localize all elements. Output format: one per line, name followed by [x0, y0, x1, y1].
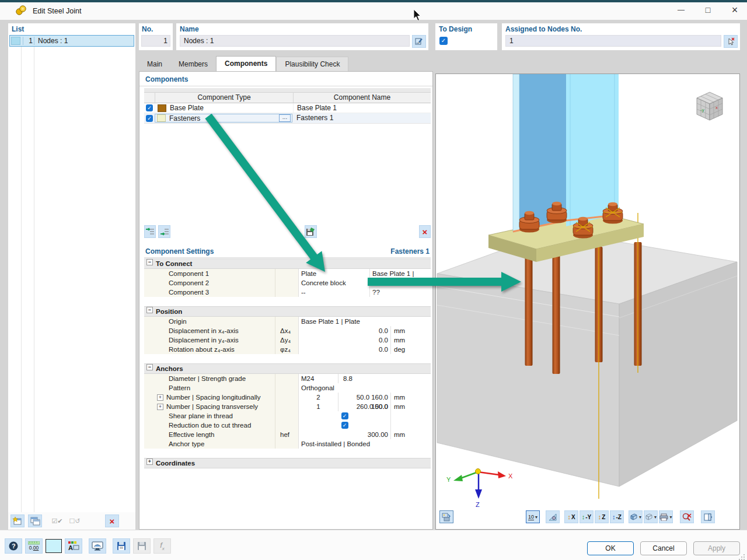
close-button[interactable]: ×: [726, 4, 743, 16]
tab-members[interactable]: Members: [170, 57, 216, 71]
assigned-field[interactable]: 1: [505, 35, 721, 47]
components-tab-panel: Components Component Type Component Name…: [139, 71, 433, 530]
to-design-checkbox[interactable]: [439, 37, 448, 45]
new-item-button[interactable]: [11, 514, 25, 527]
edit-steel-joint-dialog: { "window": { "title": "Edit Steel Joint…: [0, 0, 747, 560]
fasteners-checkbox[interactable]: [146, 115, 153, 122]
font-settings-button[interactable]: A: [65, 538, 82, 554]
component-3-type: --: [298, 288, 369, 297]
view-z-button[interactable]: ↕Z: [595, 510, 609, 523]
row-diameter-grade[interactable]: Diameter | Strength grade M24 8.8: [144, 374, 431, 383]
col-component-type[interactable]: Component Type: [155, 93, 293, 103]
settings-header: Component Settings Fasteners 1: [144, 246, 431, 258]
section-position[interactable]: −Position: [144, 306, 431, 317]
wireframe-mode-button[interactable]: ▾: [644, 510, 658, 523]
row-spacing-longitudinal[interactable]: +Number | Spacing longitudinally 2 50.0 …: [144, 393, 431, 402]
cancel-button[interactable]: Cancel: [640, 541, 687, 555]
no-panel: No. 1: [139, 23, 173, 50]
print-button[interactable]: ▾: [659, 510, 673, 523]
section-coordinates[interactable]: +Coordinates: [144, 458, 431, 468]
settings-grid: −To Connect Component 1 Plate Base Plate…: [144, 258, 431, 468]
col-component-name[interactable]: Component Name: [293, 93, 431, 103]
base-plate-name: Base Plate 1: [293, 103, 431, 113]
row-component-3[interactable]: Component 3 -- ??: [144, 288, 431, 297]
row-shear-plane[interactable]: Shear plane in thread: [144, 411, 431, 421]
rotation-z4-value: 0.0: [298, 345, 390, 354]
column-flange-edge: [513, 74, 519, 232]
section-anchors[interactable]: −Anchors: [144, 363, 431, 374]
tab-main[interactable]: Main: [139, 57, 170, 71]
component-3-ref: ??: [369, 288, 431, 297]
help-button[interactable]: ?: [5, 538, 22, 554]
component-row-fasteners[interactable]: Fasteners ... Fasteners 1: [144, 113, 431, 124]
footer-toolbar: ? 0.00 A fx: [5, 538, 171, 554]
name-field[interactable]: Nodes : 1: [180, 35, 410, 47]
maximize-button[interactable]: □: [699, 5, 717, 15]
row-effective-length[interactable]: Effective length hef 300.00 mm: [144, 430, 431, 439]
rendering-settings-button[interactable]: [89, 538, 106, 554]
row-anchor-type[interactable]: Anchor type Post-installed | Bonded: [144, 439, 431, 449]
shear-plane-checkbox[interactable]: [341, 412, 348, 419]
no-field[interactable]: 1: [141, 35, 170, 47]
display-color-swatch[interactable]: [46, 539, 62, 553]
view-minus-z-button[interactable]: ↕-Z: [610, 510, 624, 523]
add-component-below-button[interactable]: [158, 225, 170, 238]
list-item-nodes-1[interactable]: 1 Nodes : 1: [9, 35, 134, 47]
sync-view-button[interactable]: [439, 510, 453, 523]
minimize-button[interactable]: —: [672, 6, 690, 14]
row-pattern[interactable]: Pattern Orthogonal: [144, 383, 431, 393]
viewport-toolbar: 10▾ ↕X ↕-Y ↕Z ↕-Z ▾ ▾ ▾: [436, 509, 739, 524]
displacement-x4-value: 0.0: [298, 326, 390, 335]
display-mode-button[interactable]: ▾: [629, 510, 643, 523]
row-reduction-thread[interactable]: Reduction due to cut thread: [144, 421, 431, 430]
row-component-2[interactable]: Component 2 Concrete block: [144, 278, 431, 288]
save-default-button[interactable]: [133, 538, 151, 554]
axes-triad: X Y Z: [445, 463, 515, 509]
dimension-lines-button[interactable]: 10▾: [526, 510, 540, 523]
components-table: Component Type Component Name Base Plate…: [144, 88, 431, 124]
spacer-row-1: [144, 297, 431, 306]
row-origin[interactable]: Origin Base Plate 1 | Plate: [144, 317, 431, 326]
invert-check-button[interactable]: ☐↺: [68, 514, 82, 527]
list-title: List: [8, 23, 135, 34]
copy-item-button[interactable]: [28, 514, 42, 527]
save-component-button[interactable]: [305, 225, 316, 238]
row-rotation-z4[interactable]: Rotation about z₄-axis φz₄ 0.0 deg: [144, 345, 431, 354]
add-component-above-button[interactable]: [144, 225, 156, 238]
cancel-zoom-button[interactable]: [680, 510, 694, 523]
fasteners-more-button[interactable]: ...: [279, 114, 291, 122]
visibility-button[interactable]: [546, 510, 560, 523]
select-nodes-button[interactable]: [724, 35, 738, 48]
viewport-3d[interactable]: -y x X Y Z 10▾ ↕X ↕-Y ↕Z ↕-Z ▾: [435, 74, 740, 530]
assigned-panel: Assigned to Nodes No. 1: [502, 23, 740, 50]
ok-button[interactable]: OK: [587, 541, 634, 555]
mouse-cursor: [413, 9, 423, 22]
view-minus-y-button[interactable]: ↕-Y: [580, 510, 594, 523]
section-to-connect[interactable]: −To Connect: [144, 258, 431, 269]
save-settings-button[interactable]: [113, 538, 130, 554]
apply-button[interactable]: Apply: [693, 541, 740, 555]
reduction-checkbox[interactable]: [341, 422, 348, 429]
decimal-places-button[interactable]: 0.00: [25, 538, 43, 554]
view-x-button[interactable]: ↕X: [564, 510, 578, 523]
row-displacement-y4[interactable]: Displacement in y₄-axis Δy₄ 0.0 mm: [144, 335, 431, 345]
resize-grip[interactable]: [739, 554, 746, 560]
tab-components[interactable]: Components: [216, 56, 276, 71]
name-panel: Name Nodes : 1: [176, 23, 428, 50]
delete-component-button[interactable]: ×: [419, 225, 431, 238]
panel-toggle-icon: [704, 513, 712, 521]
import-component-button[interactable]: [289, 225, 301, 238]
check-all-button[interactable]: ☑✔: [50, 514, 64, 527]
delete-item-button[interactable]: ×: [105, 514, 119, 527]
tab-plausibility-check[interactable]: Plausibility Check: [276, 57, 348, 71]
base-plate-checkbox[interactable]: [146, 104, 153, 111]
row-component-1[interactable]: Component 1 Plate Base Plate 1 | Plate: [144, 269, 431, 278]
list-col-divider-1: [21, 47, 22, 512]
side-panel-button[interactable]: [701, 510, 715, 523]
component-row-base-plate[interactable]: Base Plate Base Plate 1: [144, 103, 431, 113]
formula-button[interactable]: fx: [153, 538, 171, 554]
row-spacing-transverse[interactable]: +Number | Spacing transversely 1 260.0 5…: [144, 402, 431, 411]
navigation-cube[interactable]: -y x: [690, 89, 729, 125]
edit-name-button[interactable]: [412, 35, 426, 48]
row-displacement-x4[interactable]: Displacement in x₄-axis Δx₄ 0.0 mm: [144, 326, 431, 335]
